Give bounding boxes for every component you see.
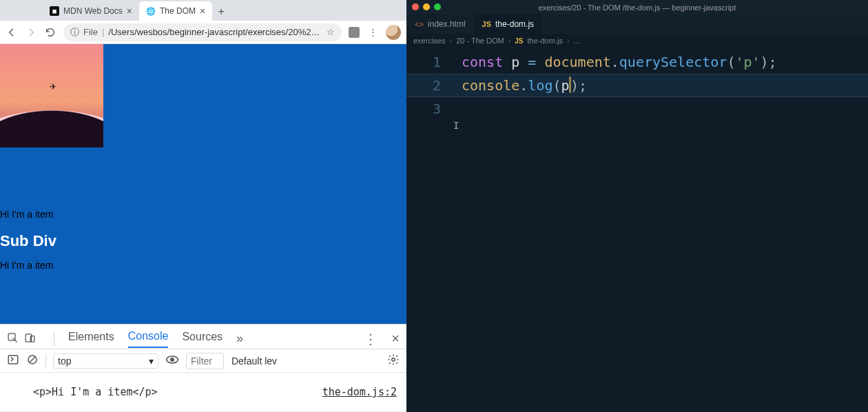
gutter: 1 2 3 <box>406 50 455 121</box>
chevron-right-icon: › <box>567 37 570 45</box>
traffic-light-minimize-icon[interactable] <box>423 3 430 10</box>
chrome-tabstrip: ■ MDN Web Docs × 🌐 The DOM × + <box>0 0 406 21</box>
extension-icon[interactable] <box>349 27 360 38</box>
window-controls[interactable] <box>412 3 441 10</box>
editor-tab-label: the-dom.js <box>495 19 534 29</box>
log-levels-selector[interactable]: Default lev <box>231 355 278 367</box>
browser-tab-mdn[interactable]: ■ MDN Web Docs × <box>43 1 139 21</box>
tab-title: The DOM <box>160 6 196 16</box>
editor-tab-bar: <> index.html JS the-dom.js <box>406 14 868 34</box>
devtools-filter-bar: top ▾ Default lev <box>0 349 406 373</box>
editor-tab-the-dom-js[interactable]: JS the-dom.js <box>474 14 543 34</box>
live-expression-icon[interactable] <box>165 355 179 367</box>
vscode-window: exercises/20 - The DOM /the-dom.js — beg… <box>406 0 868 412</box>
info-icon[interactable]: ⓘ <box>70 26 79 39</box>
chrome-window: ■ MDN Web Docs × 🌐 The DOM × + ⓘ <box>0 0 406 412</box>
svg-point-8 <box>392 358 395 362</box>
context-label: top <box>58 356 71 367</box>
traffic-light-close-icon[interactable] <box>412 3 419 10</box>
hero-image <box>0 44 103 147</box>
devtools-tab-elements[interactable]: Elements <box>68 331 114 347</box>
bookmark-star-icon[interactable]: ☆ <box>327 27 335 37</box>
code-line[interactable]: const p = document.querySelector('p'); <box>462 50 777 74</box>
chevron-right-icon: › <box>449 37 452 45</box>
editor-tab-index-html[interactable]: <> index.html <box>406 14 474 34</box>
page-viewport: Hi I'm a item Sub Div Hi I'm a item <box>0 44 406 324</box>
omnibox-url: /Users/wesbos/beginner-javascript/exerci… <box>108 27 322 37</box>
breadcrumb-segment[interactable]: exercises <box>413 37 445 45</box>
js-file-icon: JS <box>482 20 491 28</box>
devtools-tabs: Elements Console Sources » ⋮ × <box>0 325 406 349</box>
code-editor[interactable]: 1 2 3 const p = document.querySelector('… <box>406 48 868 412</box>
favicon-mdn: ■ <box>50 6 59 16</box>
breadcrumb-segment[interactable]: 20 - The DOM <box>456 37 504 45</box>
console-settings-icon[interactable] <box>387 353 400 368</box>
vscode-titlebar: exercises/20 - The DOM /the-dom.js — beg… <box>406 0 868 14</box>
inspect-icon[interactable] <box>7 332 19 346</box>
favicon-default: 🌐 <box>146 6 156 16</box>
close-icon[interactable]: × <box>127 6 132 17</box>
close-icon[interactable]: × <box>200 6 205 17</box>
clear-console-icon[interactable] <box>26 353 39 368</box>
line-number: 2 <box>406 74 441 97</box>
file-chip: File <box>83 27 98 37</box>
editor-breadcrumb[interactable]: exercises › 20 - The DOM › JS the-dom.js… <box>406 34 868 48</box>
device-toggle-icon[interactable] <box>24 332 36 346</box>
omnibox[interactable]: ⓘ File | /Users/wesbos/beginner-javascri… <box>63 23 342 41</box>
console-log-row[interactable]: <p>Hi I'm a item</p> the-dom.js:2 <box>0 373 406 412</box>
forward-icon[interactable] <box>25 26 37 39</box>
tab-title: MDN Web Docs <box>63 6 123 16</box>
console-log-source-link[interactable]: the-dom.js:2 <box>322 386 397 398</box>
svg-line-5 <box>30 357 36 363</box>
page-content: Hi I'm a item Sub Div Hi I'm a item <box>0 206 56 274</box>
vscode-title: exercises/20 - The DOM /the-dom.js — beg… <box>539 3 736 12</box>
browser-tab-the-dom[interactable]: 🌐 The DOM × <box>139 1 212 21</box>
editor-tab-label: index.html <box>428 19 466 29</box>
profile-avatar[interactable] <box>386 25 401 40</box>
console-filter-input[interactable] <box>186 353 224 369</box>
devtools-menu-icon[interactable]: ⋮ <box>364 331 378 347</box>
line-number: 1 <box>406 50 441 74</box>
i-beam-cursor-icon: I <box>453 114 459 137</box>
console-log-output: <p>Hi I'm a item</p> <box>33 386 158 398</box>
html-file-icon: <> <box>415 20 424 28</box>
omnibox-divider: | <box>102 27 104 37</box>
new-tab-button[interactable]: + <box>212 3 230 21</box>
extensions-divider: ⋮ <box>366 26 379 39</box>
paragraph-item: Hi I'm a item <box>0 260 56 271</box>
paragraph-item: Hi I'm a item <box>0 209 56 220</box>
devtools-tab-sources[interactable]: Sources <box>182 331 223 347</box>
js-file-icon: JS <box>515 37 523 45</box>
devtools-close-icon[interactable]: × <box>391 331 400 347</box>
breadcrumb-segment[interactable]: ... <box>574 37 580 45</box>
console-sidebar-icon[interactable] <box>7 353 19 368</box>
chevron-down-icon: ▾ <box>149 356 154 367</box>
devtools-overflow-icon[interactable]: » <box>236 331 243 346</box>
back-icon[interactable] <box>6 26 18 39</box>
svg-point-7 <box>171 358 174 361</box>
traffic-light-zoom-icon[interactable] <box>434 3 441 10</box>
devtools-tab-console[interactable]: Console <box>128 330 169 348</box>
code-line[interactable] <box>462 97 777 121</box>
execution-context-selector[interactable]: top ▾ <box>53 353 158 369</box>
line-number: 3 <box>406 97 441 121</box>
sub-div-heading: Sub Div <box>0 232 56 250</box>
chevron-right-icon: › <box>508 37 511 45</box>
reload-icon[interactable] <box>44 26 56 39</box>
code-line[interactable]: console.log(p); <box>462 74 777 97</box>
devtools: Elements Console Sources » ⋮ × top ▾ <box>0 324 406 412</box>
breadcrumb-segment[interactable]: the-dom.js <box>528 37 563 45</box>
chrome-address-bar: ⓘ File | /Users/wesbos/beginner-javascri… <box>0 21 406 44</box>
code-content[interactable]: const p = document.querySelector('p'); c… <box>462 50 777 121</box>
